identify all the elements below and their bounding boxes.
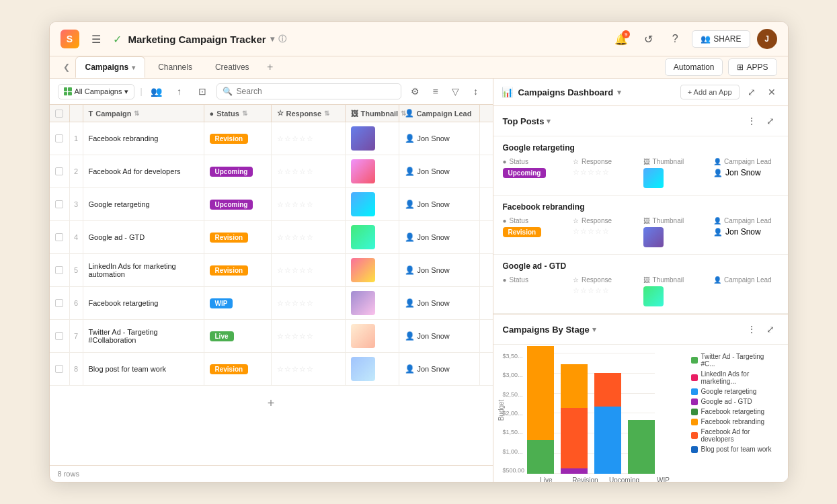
bar-segment: [594, 407, 621, 474]
person-icon: 👤: [405, 134, 415, 143]
title-dropdown-icon[interactable]: ▾: [270, 34, 274, 44]
tab-bar: ❮ Campaigns ▾ Channels Creatives + Autom…: [50, 56, 788, 79]
view-selector[interactable]: All Campaigns ▾: [58, 84, 135, 99]
widget-settings-button[interactable]: ⋮: [744, 113, 760, 129]
table-row: 4 Google ad - GTD Revision ☆ ☆ ☆ ☆ ☆ 👤 J…: [50, 221, 493, 254]
add-app-button[interactable]: + Add an App: [680, 85, 740, 99]
settings-icon-button[interactable]: ⚙: [407, 83, 424, 100]
right-content: Top Posts ▾ ⋮ ⤢ Google retargeting ● Sta…: [493, 106, 788, 482]
add-row-area: +: [50, 386, 493, 421]
lead-cell: 👤 Jon Snow: [399, 320, 480, 352]
add-tab-button[interactable]: +: [262, 59, 278, 75]
post-thumbnail-label: 🖼 Thumbnail: [643, 158, 709, 165]
star-4: ☆: [299, 266, 306, 275]
user-avatar-button[interactable]: J: [757, 29, 777, 49]
th-status-icon: ●: [210, 110, 214, 118]
chart-settings-button[interactable]: ⋮: [744, 321, 760, 337]
row-number: 5: [70, 254, 83, 286]
post-title: Facebook rebranding: [503, 202, 779, 212]
notifications-button[interactable]: 🔔 9: [611, 29, 631, 49]
history-button[interactable]: ↺: [638, 29, 658, 49]
add-row-button[interactable]: +: [58, 391, 485, 416]
campaign-name-cell: Twitter Ad - Targeting #Collaboration: [83, 320, 204, 352]
response-cell: ☆ ☆ ☆ ☆ ☆: [272, 287, 346, 319]
lead-icon: 👤: [713, 276, 721, 284]
apps-button[interactable]: ⊞ APPS: [728, 58, 776, 76]
star-3: ☆: [292, 200, 298, 209]
row-checkbox[interactable]: [55, 167, 63, 175]
search-icon: 🔍: [223, 87, 233, 96]
view-label: All Campaigns: [75, 87, 122, 95]
row-checkbox[interactable]: [55, 233, 63, 241]
export-button[interactable]: ↑: [171, 83, 188, 100]
th-thumbnail[interactable]: 🖼 Thumbnail ⇅: [346, 105, 399, 122]
filter-button[interactable]: ▽: [447, 83, 465, 100]
top-posts-title[interactable]: Top Posts ▾: [503, 116, 551, 126]
bar-group: [594, 373, 621, 474]
th-lead-icon: 👤: [405, 109, 414, 118]
post-fields: ● Status Upcoming ☆ Response ☆☆☆☆☆ 🖼 Thu…: [503, 158, 779, 188]
chart-title[interactable]: Campaigns By Stage ▾: [503, 325, 596, 335]
person-icon: 👤: [405, 298, 415, 308]
status-badge: Upcoming: [210, 167, 253, 177]
dashboard-icon: 📊: [502, 87, 513, 97]
row-checkbox[interactable]: [55, 134, 63, 142]
tab-collapse-button[interactable]: ❮: [61, 57, 73, 77]
view-toggle-button[interactable]: ⊡: [194, 83, 211, 100]
th-checkbox: [50, 105, 70, 122]
columns-button[interactable]: ≡: [427, 83, 444, 100]
row-number: 4: [70, 221, 83, 253]
th-campaign[interactable]: T Campaign ⇅: [83, 105, 204, 122]
select-all-checkbox[interactable]: [55, 110, 63, 118]
campaign-table: T Campaign ⇅ ● Status ⇅ ☆ Response ⇅: [50, 105, 493, 465]
post-lead-field: 👤 Campaign Lead 👤Jon Snow: [713, 158, 779, 188]
star-1: ☆: [277, 233, 284, 242]
chart-expand-button[interactable]: ⤢: [762, 321, 779, 337]
star-5: ☆: [307, 200, 313, 209]
row-checkbox-cell: [50, 221, 70, 253]
th-campaign-sort[interactable]: ⇅: [134, 110, 139, 117]
row-checkbox[interactable]: [55, 299, 63, 307]
tab-channels[interactable]: Channels: [148, 56, 202, 78]
hamburger-button[interactable]: ☰: [86, 29, 106, 49]
dashboard-arrow[interactable]: ▾: [617, 88, 621, 97]
thumbnail-image: [351, 225, 375, 249]
star-5: ☆: [307, 233, 313, 242]
help-button[interactable]: ?: [665, 29, 685, 49]
info-icon[interactable]: ⓘ: [278, 34, 286, 45]
star-4: ☆: [299, 200, 306, 209]
tab-creatives[interactable]: Creatives: [205, 56, 260, 78]
stars-rating: ☆ ☆ ☆ ☆ ☆: [277, 332, 313, 341]
post-thumbnail: [643, 168, 664, 188]
th-response[interactable]: ☆ Response ⇅: [272, 105, 346, 122]
row-checkbox[interactable]: [55, 266, 63, 274]
thumbnail-image: [351, 357, 375, 381]
thumbnail-cell: [346, 320, 399, 352]
expand-panel-button[interactable]: ⤢: [744, 84, 760, 100]
legend-color: [691, 388, 698, 395]
main-area: All Campaigns ▾ | 👥 ↑ ⊡ 🔍 ⚙ ≡ ▽ ↕: [50, 79, 788, 482]
th-response-sort[interactable]: ⇅: [324, 110, 329, 117]
row-checkbox[interactable]: [55, 365, 63, 373]
table-rows: 1 Facebook rebranding Revision ☆ ☆ ☆ ☆ ☆…: [50, 122, 493, 386]
close-panel-button[interactable]: ✕: [764, 84, 780, 100]
th-status-sort[interactable]: ⇅: [242, 110, 247, 117]
person-icon: 👤: [405, 331, 415, 341]
widget-expand-button[interactable]: ⤢: [762, 113, 779, 129]
row-checkbox[interactable]: [55, 332, 63, 340]
search-input[interactable]: [237, 87, 395, 96]
sort-button[interactable]: ↕: [467, 83, 485, 100]
th-lead[interactable]: 👤 Campaign Lead: [399, 105, 480, 122]
group-by-button[interactable]: 👥: [148, 83, 165, 100]
automation-button[interactable]: Automation: [665, 58, 723, 76]
status-icon: ●: [503, 217, 507, 224]
tab-campaigns[interactable]: Campaigns ▾: [75, 56, 146, 78]
response-cell: ☆ ☆ ☆ ☆ ☆: [272, 122, 346, 155]
share-button[interactable]: 👥 SHARE: [692, 30, 750, 48]
row-checkbox[interactable]: [55, 200, 63, 208]
th-status[interactable]: ● Status ⇅: [204, 105, 272, 122]
x-tick: Revision: [569, 476, 602, 482]
post-stars: ☆☆☆☆☆: [573, 286, 638, 295]
row-checkbox-cell: [50, 122, 70, 155]
x-tick: Upcoming: [608, 476, 641, 482]
